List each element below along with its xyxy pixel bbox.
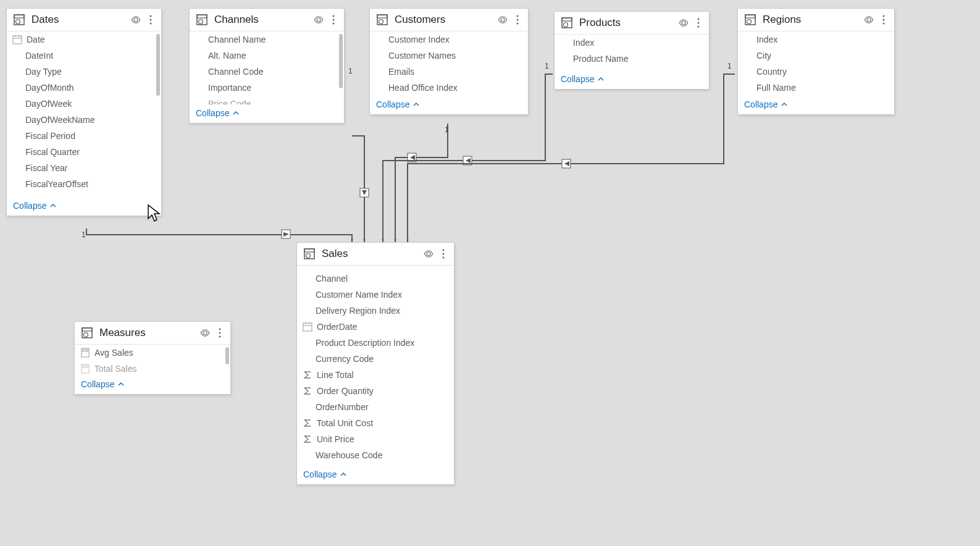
- field-item[interactable]: Channel: [297, 271, 454, 287]
- field-label: OrderDate: [317, 322, 357, 332]
- table-products[interactable]: Products Index Product Name Collapse: [554, 11, 710, 90]
- table-measures[interactable]: Measures Avg Sales Total Sales Collapse: [74, 321, 231, 395]
- more-options-icon[interactable]: [214, 327, 225, 338]
- field-label: Line Total: [317, 370, 354, 380]
- field-list-regions: Index City Country Full Name: [738, 32, 894, 96]
- table-customers[interactable]: Customers Customer Index Customer Names …: [369, 8, 529, 115]
- field-item[interactable]: Avg Sales: [75, 345, 230, 361]
- field-item[interactable]: Customer Name Index: [297, 287, 454, 303]
- field-label: Day Type: [25, 67, 62, 77]
- visibility-icon[interactable]: [678, 17, 689, 28]
- svg-point-54: [219, 336, 221, 338]
- more-options-icon[interactable]: [328, 14, 339, 25]
- table-regions[interactable]: Regions Index City Country Full Name Col…: [737, 8, 895, 115]
- collapse-button[interactable]: Collapse: [744, 99, 787, 109]
- sigma-icon: [302, 385, 313, 397]
- field-item[interactable]: Total Sales: [75, 361, 230, 376]
- table-title: Regions: [763, 14, 860, 26]
- field-item[interactable]: DateInt: [7, 48, 161, 64]
- field-item[interactable]: Currency Code: [297, 351, 454, 367]
- table-header-products[interactable]: Products: [555, 12, 709, 35]
- table-header-customers[interactable]: Customers: [370, 9, 528, 32]
- field-item[interactable]: Index: [738, 32, 894, 48]
- field-item[interactable]: DayOfWeek: [7, 96, 161, 112]
- field-label: Channel Code: [208, 67, 264, 77]
- scrollbar-thumb[interactable]: [339, 34, 343, 88]
- field-item[interactable]: City: [738, 48, 894, 64]
- more-options-icon[interactable]: [438, 248, 449, 259]
- field-item[interactable]: Importance: [190, 80, 344, 96]
- table-title: Customers: [395, 14, 493, 26]
- svg-rect-8: [562, 159, 571, 168]
- field-item[interactable]: Channel Name: [190, 32, 344, 48]
- visibility-icon[interactable]: [863, 14, 874, 25]
- field-item[interactable]: Product Description Index: [297, 335, 454, 351]
- field-item[interactable]: OrderDate: [297, 319, 454, 335]
- table-header-dates[interactable]: Dates: [7, 9, 161, 32]
- field-item[interactable]: Index: [555, 35, 709, 51]
- table-header-channels[interactable]: Channels: [190, 9, 344, 32]
- field-item[interactable]: Alt. Name: [190, 48, 344, 64]
- field-item[interactable]: Country: [738, 64, 894, 80]
- collapse-button[interactable]: Collapse: [196, 108, 239, 118]
- field-item[interactable]: Line Total: [297, 367, 454, 383]
- field-item[interactable]: Date: [7, 32, 161, 48]
- field-item[interactable]: OrderNumber: [297, 399, 454, 415]
- visibility-icon[interactable]: [130, 14, 141, 25]
- field-item[interactable]: Fiscal Period: [7, 128, 161, 144]
- field-item[interactable]: Order Quantity: [297, 383, 454, 399]
- visibility-icon[interactable]: [423, 248, 434, 259]
- table-header-measures[interactable]: Measures: [75, 322, 230, 345]
- collapse-button[interactable]: Collapse: [13, 201, 56, 211]
- table-dates[interactable]: Dates Date DateInt Day Type DayOfMonth D…: [6, 8, 162, 216]
- field-item[interactable]: Fiscal Year: [7, 160, 161, 176]
- field-item[interactable]: Product Name: [555, 51, 709, 67]
- collapse-label: Collapse: [13, 201, 46, 211]
- field-item[interactable]: Warehouse Code: [297, 447, 454, 463]
- more-options-icon[interactable]: [512, 14, 523, 25]
- field-item[interactable]: Head Office Index: [370, 80, 528, 96]
- svg-point-28: [333, 15, 335, 17]
- field-item[interactable]: Total Unit Cost: [297, 415, 454, 431]
- field-item[interactable]: Fiscal Quarter: [7, 144, 161, 160]
- field-label: Channel: [316, 274, 348, 284]
- field-item[interactable]: Customer Names: [370, 48, 528, 64]
- svg-point-14: [407, 239, 409, 241]
- collapse-button[interactable]: Collapse: [81, 379, 124, 389]
- field-item[interactable]: Day Type: [7, 64, 161, 80]
- table-sales[interactable]: Sales Channel Customer Name Index Delive…: [296, 242, 454, 485]
- scrollbar-thumb[interactable]: [225, 347, 229, 364]
- field-label: Index: [573, 38, 594, 48]
- table-header-sales[interactable]: Sales: [297, 243, 454, 266]
- table-icon: [196, 14, 208, 26]
- svg-point-13: [395, 239, 396, 241]
- field-label: Customer Name Index: [316, 290, 402, 300]
- field-item[interactable]: Unit Price: [297, 431, 454, 447]
- field-item[interactable]: Full Name: [738, 80, 894, 96]
- field-item[interactable]: FiscalYearOffset: [7, 176, 161, 192]
- more-options-icon[interactable]: [878, 14, 889, 25]
- collapse-button[interactable]: Collapse: [561, 74, 604, 84]
- field-label: Fiscal Year: [25, 163, 67, 173]
- field-item[interactable]: DayOfWeekName: [7, 112, 161, 128]
- visibility-icon[interactable]: [313, 14, 324, 25]
- visibility-icon[interactable]: [497, 14, 508, 25]
- table-header-regions[interactable]: Regions: [738, 9, 894, 32]
- more-options-icon[interactable]: [145, 14, 156, 25]
- collapse-button[interactable]: Collapse: [303, 469, 346, 479]
- svg-point-17: [16, 20, 20, 24]
- field-item[interactable]: Price Code: [190, 96, 344, 104]
- svg-point-39: [564, 23, 568, 27]
- field-item[interactable]: DayOfMonth: [7, 80, 161, 96]
- more-options-icon[interactable]: [693, 17, 704, 28]
- field-item[interactable]: Delivery Region Index: [297, 303, 454, 319]
- table-title: Measures: [99, 327, 196, 339]
- collapse-button[interactable]: Collapse: [376, 99, 419, 109]
- scrollbar-thumb[interactable]: [156, 34, 160, 96]
- svg-point-10: [351, 239, 353, 241]
- visibility-icon[interactable]: [199, 327, 211, 338]
- field-item[interactable]: Customer Index: [370, 32, 528, 48]
- table-channels[interactable]: Channels Channel Name Alt. Name Channel …: [189, 8, 345, 124]
- field-item[interactable]: Channel Code: [190, 64, 344, 80]
- field-item[interactable]: Emails: [370, 64, 528, 80]
